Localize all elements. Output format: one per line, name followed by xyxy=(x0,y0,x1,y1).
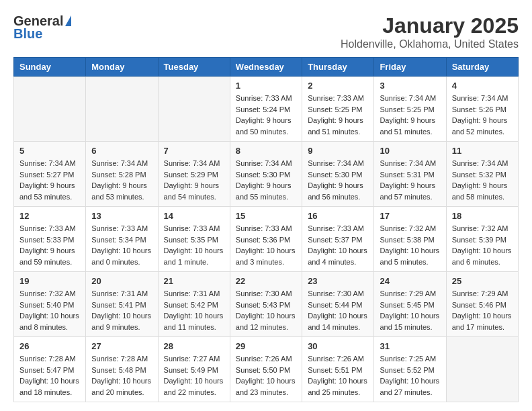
day-number: 16 xyxy=(308,211,368,221)
calendar-week-row: 19Sunrise: 7:32 AM Sunset: 5:40 PM Dayli… xyxy=(14,272,519,337)
day-number: 24 xyxy=(380,276,440,286)
page-header: General Blue January 2025 Holdenville, O… xyxy=(13,13,519,50)
day-number: 29 xyxy=(236,341,296,351)
calendar-cell: 23Sunrise: 7:30 AM Sunset: 5:44 PM Dayli… xyxy=(302,272,374,337)
day-number: 7 xyxy=(164,146,224,156)
day-info: Sunrise: 7:26 AM Sunset: 5:50 PM Dayligh… xyxy=(236,353,296,398)
calendar-cell: 8Sunrise: 7:34 AM Sunset: 5:30 PM Daylig… xyxy=(230,142,302,207)
day-number: 5 xyxy=(19,146,80,156)
day-number: 14 xyxy=(164,211,224,221)
day-info: Sunrise: 7:34 AM Sunset: 5:30 PM Dayligh… xyxy=(236,158,296,202)
calendar-cell: 12Sunrise: 7:33 AM Sunset: 5:33 PM Dayli… xyxy=(14,207,86,272)
day-info: Sunrise: 7:34 AM Sunset: 5:25 PM Dayligh… xyxy=(380,93,440,137)
day-number: 10 xyxy=(380,146,440,156)
day-number: 11 xyxy=(452,146,513,156)
day-info: Sunrise: 7:33 AM Sunset: 5:25 PM Dayligh… xyxy=(308,93,368,137)
day-number: 3 xyxy=(380,81,440,91)
day-number: 1 xyxy=(236,81,296,91)
logo-triangle-icon xyxy=(65,15,71,26)
calendar-week-row: 26Sunrise: 7:28 AM Sunset: 5:47 PM Dayli… xyxy=(14,337,519,402)
day-info: Sunrise: 7:28 AM Sunset: 5:47 PM Dayligh… xyxy=(19,353,80,398)
calendar-cell xyxy=(446,337,518,402)
day-info: Sunrise: 7:30 AM Sunset: 5:43 PM Dayligh… xyxy=(236,288,296,332)
day-number: 27 xyxy=(91,341,152,351)
logo: General Blue xyxy=(13,13,71,42)
weekday-header-saturday: Saturday xyxy=(446,58,518,77)
day-info: Sunrise: 7:33 AM Sunset: 5:37 PM Dayligh… xyxy=(308,223,368,267)
calendar-cell: 1Sunrise: 7:33 AM Sunset: 5:24 PM Daylig… xyxy=(230,77,302,142)
calendar-cell: 6Sunrise: 7:34 AM Sunset: 5:28 PM Daylig… xyxy=(86,142,158,207)
day-number: 4 xyxy=(452,81,513,91)
calendar-cell: 31Sunrise: 7:25 AM Sunset: 5:52 PM Dayli… xyxy=(374,337,446,402)
calendar-week-row: 5Sunrise: 7:34 AM Sunset: 5:27 PM Daylig… xyxy=(14,142,519,207)
location: Holdenville, Oklahoma, United States xyxy=(341,38,519,50)
calendar-cell: 2Sunrise: 7:33 AM Sunset: 5:25 PM Daylig… xyxy=(302,77,374,142)
day-number: 22 xyxy=(236,276,296,286)
day-number: 13 xyxy=(91,211,152,221)
calendar-cell: 24Sunrise: 7:29 AM Sunset: 5:45 PM Dayli… xyxy=(374,272,446,337)
calendar-cell: 10Sunrise: 7:34 AM Sunset: 5:31 PM Dayli… xyxy=(374,142,446,207)
weekday-header-tuesday: Tuesday xyxy=(158,58,230,77)
day-number: 26 xyxy=(19,341,80,351)
day-info: Sunrise: 7:32 AM Sunset: 5:40 PM Dayligh… xyxy=(19,288,80,332)
day-number: 19 xyxy=(19,276,80,286)
calendar-cell xyxy=(158,77,230,142)
weekday-header-thursday: Thursday xyxy=(302,58,374,77)
day-number: 9 xyxy=(308,146,368,156)
day-info: Sunrise: 7:34 AM Sunset: 5:31 PM Dayligh… xyxy=(380,158,440,202)
calendar-cell xyxy=(86,77,158,142)
title-section: January 2025 Holdenville, Oklahoma, Unit… xyxy=(341,13,519,50)
calendar-cell: 28Sunrise: 7:27 AM Sunset: 5:49 PM Dayli… xyxy=(158,337,230,402)
calendar-week-row: 1Sunrise: 7:33 AM Sunset: 5:24 PM Daylig… xyxy=(14,77,519,142)
day-info: Sunrise: 7:31 AM Sunset: 5:42 PM Dayligh… xyxy=(164,288,224,332)
calendar-cell: 14Sunrise: 7:33 AM Sunset: 5:35 PM Dayli… xyxy=(158,207,230,272)
calendar-cell: 13Sunrise: 7:33 AM Sunset: 5:34 PM Dayli… xyxy=(86,207,158,272)
day-info: Sunrise: 7:34 AM Sunset: 5:27 PM Dayligh… xyxy=(19,158,80,202)
day-info: Sunrise: 7:32 AM Sunset: 5:38 PM Dayligh… xyxy=(380,223,440,267)
day-number: 21 xyxy=(164,276,224,286)
weekday-header-row: SundayMondayTuesdayWednesdayThursdayFrid… xyxy=(14,58,519,77)
day-info: Sunrise: 7:33 AM Sunset: 5:36 PM Dayligh… xyxy=(236,223,296,267)
day-info: Sunrise: 7:34 AM Sunset: 5:28 PM Dayligh… xyxy=(91,158,152,202)
day-info: Sunrise: 7:34 AM Sunset: 5:30 PM Dayligh… xyxy=(308,158,368,202)
day-number: 30 xyxy=(308,341,368,351)
calendar-cell: 16Sunrise: 7:33 AM Sunset: 5:37 PM Dayli… xyxy=(302,207,374,272)
day-info: Sunrise: 7:29 AM Sunset: 5:46 PM Dayligh… xyxy=(452,288,513,332)
calendar-cell: 22Sunrise: 7:30 AM Sunset: 5:43 PM Dayli… xyxy=(230,272,302,337)
calendar-cell: 11Sunrise: 7:34 AM Sunset: 5:32 PM Dayli… xyxy=(446,142,518,207)
day-info: Sunrise: 7:25 AM Sunset: 5:52 PM Dayligh… xyxy=(380,353,440,398)
day-info: Sunrise: 7:34 AM Sunset: 5:26 PM Dayligh… xyxy=(452,93,513,137)
day-number: 28 xyxy=(164,341,224,351)
day-number: 15 xyxy=(236,211,296,221)
calendar-cell: 26Sunrise: 7:28 AM Sunset: 5:47 PM Dayli… xyxy=(14,337,86,402)
calendar-cell: 27Sunrise: 7:28 AM Sunset: 5:48 PM Dayli… xyxy=(86,337,158,402)
day-number: 17 xyxy=(380,211,440,221)
logo-blue-text: Blue xyxy=(13,26,42,42)
day-number: 23 xyxy=(308,276,368,286)
day-info: Sunrise: 7:33 AM Sunset: 5:35 PM Dayligh… xyxy=(164,223,224,267)
day-info: Sunrise: 7:26 AM Sunset: 5:51 PM Dayligh… xyxy=(308,353,368,398)
day-info: Sunrise: 7:29 AM Sunset: 5:45 PM Dayligh… xyxy=(380,288,440,332)
calendar-cell: 15Sunrise: 7:33 AM Sunset: 5:36 PM Dayli… xyxy=(230,207,302,272)
calendar-cell: 5Sunrise: 7:34 AM Sunset: 5:27 PM Daylig… xyxy=(14,142,86,207)
calendar-cell: 4Sunrise: 7:34 AM Sunset: 5:26 PM Daylig… xyxy=(446,77,518,142)
day-info: Sunrise: 7:30 AM Sunset: 5:44 PM Dayligh… xyxy=(308,288,368,332)
day-info: Sunrise: 7:27 AM Sunset: 5:49 PM Dayligh… xyxy=(164,353,224,398)
day-info: Sunrise: 7:34 AM Sunset: 5:32 PM Dayligh… xyxy=(452,158,513,202)
calendar-cell: 21Sunrise: 7:31 AM Sunset: 5:42 PM Dayli… xyxy=(158,272,230,337)
day-number: 25 xyxy=(452,276,513,286)
calendar-cell: 7Sunrise: 7:34 AM Sunset: 5:29 PM Daylig… xyxy=(158,142,230,207)
weekday-header-monday: Monday xyxy=(86,58,158,77)
day-number: 18 xyxy=(452,211,513,221)
calendar-cell: 20Sunrise: 7:31 AM Sunset: 5:41 PM Dayli… xyxy=(86,272,158,337)
calendar-cell: 30Sunrise: 7:26 AM Sunset: 5:51 PM Dayli… xyxy=(302,337,374,402)
day-number: 2 xyxy=(308,81,368,91)
calendar-cell: 19Sunrise: 7:32 AM Sunset: 5:40 PM Dayli… xyxy=(14,272,86,337)
calendar-cell: 25Sunrise: 7:29 AM Sunset: 5:46 PM Dayli… xyxy=(446,272,518,337)
weekday-header-friday: Friday xyxy=(374,58,446,77)
month-title: January 2025 xyxy=(341,13,519,38)
weekday-header-wednesday: Wednesday xyxy=(230,58,302,77)
calendar-cell: 29Sunrise: 7:26 AM Sunset: 5:50 PM Dayli… xyxy=(230,337,302,402)
calendar-cell: 17Sunrise: 7:32 AM Sunset: 5:38 PM Dayli… xyxy=(374,207,446,272)
calendar-cell: 3Sunrise: 7:34 AM Sunset: 5:25 PM Daylig… xyxy=(374,77,446,142)
